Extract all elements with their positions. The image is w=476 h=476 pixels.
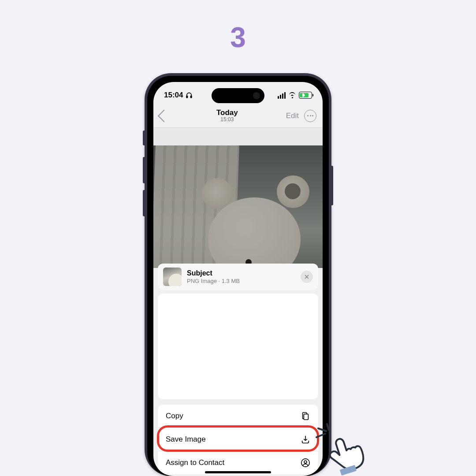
cellular-icon — [278, 92, 286, 99]
home-indicator[interactable] — [205, 471, 271, 473]
share-meta: PNG Image · 1.3 MB — [187, 278, 295, 285]
phone-frame: 15:04 Today 15:03 Edit — [145, 73, 331, 476]
share-actions-list: Copy Save Image Assign to Contact — [158, 405, 318, 474]
phone-silent-switch — [143, 130, 145, 145]
phone-volume-up — [143, 157, 145, 183]
share-sheet-header: Subject PNG Image · 1.3 MB — [158, 264, 318, 290]
svg-line-6 — [318, 428, 326, 431]
close-button[interactable] — [301, 271, 313, 283]
share-thumbnail — [163, 268, 182, 286]
phone-side-button — [331, 166, 333, 205]
svg-rect-2 — [304, 414, 308, 420]
edit-button[interactable]: Edit — [286, 112, 299, 120]
action-save-image-label: Save Image — [166, 435, 206, 444]
headphones-icon — [186, 92, 193, 99]
toolbar-strip — [153, 128, 323, 145]
dynamic-island — [212, 88, 264, 103]
status-time: 15:04 — [164, 91, 183, 100]
share-title: Subject — [187, 269, 295, 278]
download-icon — [301, 435, 310, 444]
svg-point-4 — [304, 461, 307, 463]
contact-icon — [301, 458, 310, 468]
phone-screen: 15:04 Today 15:03 Edit — [153, 82, 323, 476]
close-icon — [304, 274, 309, 279]
svg-line-5 — [316, 434, 325, 437]
action-copy-label: Copy — [166, 412, 183, 420]
share-apps-area — [158, 294, 318, 399]
photo-teddy-bear — [195, 175, 309, 268]
nav-bar: Today 15:03 Edit — [153, 104, 323, 128]
photo-preview[interactable] — [153, 145, 323, 268]
copy-icon — [301, 411, 310, 421]
svg-point-3 — [301, 459, 309, 467]
action-save-image[interactable]: Save Image — [158, 428, 318, 451]
action-copy[interactable]: Copy — [158, 405, 318, 428]
nav-subtitle: 15:03 — [168, 117, 286, 123]
svg-rect-0 — [186, 96, 188, 98]
svg-line-7 — [327, 424, 329, 430]
wifi-icon — [288, 92, 296, 98]
phone-volume-down — [143, 190, 145, 216]
battery-icon — [299, 92, 312, 99]
tap-cursor-icon — [316, 424, 365, 476]
action-assign-contact-label: Assign to Contact — [166, 458, 224, 467]
svg-rect-1 — [191, 96, 192, 98]
step-number: 3 — [230, 21, 246, 54]
nav-title: Today — [168, 108, 286, 117]
more-button[interactable] — [304, 110, 316, 122]
